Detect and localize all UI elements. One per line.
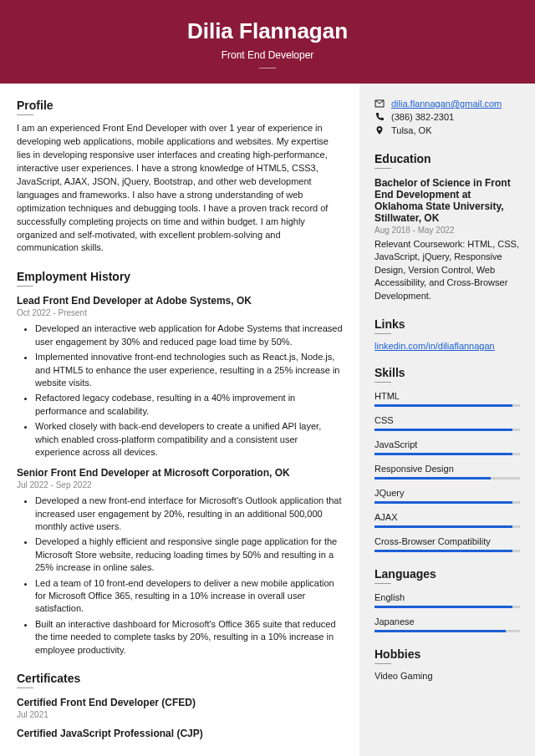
job-bullets: Developed a new front-end interface for … — [17, 495, 343, 657]
skill-fill — [374, 453, 512, 455]
skill-bar — [374, 404, 520, 407]
education-dates: Aug 2018 - May 2022 — [374, 226, 520, 235]
job-bullet: Developed an interactive web application… — [35, 322, 343, 348]
skill-name: Cross-Browser Compatibility — [374, 536, 520, 546]
cert-title: Certified Front End Developer (CFED) — [17, 697, 343, 708]
skill-name: English — [374, 592, 520, 602]
employment-section: Employment History Lead Front End Develo… — [17, 270, 343, 657]
education-desc: Relevant Coursework: HTML, CSS, JavaScri… — [374, 238, 520, 302]
links-section: Links linkedin.com/in/diliaflannagan — [374, 317, 520, 351]
contact-email[interactable]: dilia.flannagan@gmail.com — [391, 99, 502, 109]
skill-fill — [374, 606, 512, 608]
skill-bar — [374, 429, 520, 431]
contact-location: Tulsa, OK — [391, 125, 432, 135]
cert-date: Jul 2021 — [17, 710, 343, 719]
linkedin-link[interactable]: linkedin.com/in/diliaflannagan — [374, 341, 495, 351]
employment-heading: Employment History — [17, 270, 343, 287]
job-dates: Jul 2022 - Sep 2022 — [17, 480, 343, 490]
skill-name: JQuery — [374, 488, 520, 498]
skill-item: English — [374, 592, 520, 608]
skill-name: Japanese — [374, 616, 520, 627]
skill-fill — [374, 525, 512, 528]
links-heading: Links — [374, 317, 520, 334]
job-bullet: Built an interactive dashboard for Micro… — [35, 618, 343, 657]
skill-fill — [374, 630, 506, 632]
skill-name: JavaScript — [374, 439, 520, 449]
skill-item: Japanese — [374, 616, 520, 632]
skill-item: AJAX — [374, 512, 520, 528]
skill-name: HTML — [374, 391, 520, 401]
skill-bar — [374, 606, 520, 608]
education-heading: Education — [374, 152, 520, 169]
certificates-heading: Certificates — [17, 672, 343, 688]
skill-name: AJAX — [374, 512, 520, 522]
skill-bar — [374, 550, 520, 552]
skill-name: CSS — [374, 415, 520, 425]
contact-phone: (386) 382-2301 — [391, 112, 454, 122]
skill-fill — [374, 501, 512, 504]
location-icon — [374, 125, 385, 135]
skills-section: Skills HTMLCSSJavaScriptResponsive Desig… — [374, 366, 520, 552]
job-item: Senior Front End Developer at Microsoft … — [17, 467, 343, 657]
skill-item: Cross-Browser Compatibility — [374, 536, 520, 552]
skill-item: JavaScript — [374, 439, 520, 455]
candidate-title: Front End Developer — [0, 49, 535, 68]
profile-heading: Profile — [17, 99, 343, 115]
skill-fill — [374, 477, 491, 479]
job-bullet: Implemented innovative front-end technol… — [35, 351, 343, 389]
job-bullet: Developed a highly efficient and respons… — [35, 535, 343, 574]
skill-bar — [374, 501, 520, 504]
languages-heading: Languages — [374, 567, 520, 584]
skill-item: Responsive Design — [374, 464, 520, 479]
languages-section: Languages EnglishJapanese — [374, 567, 520, 632]
profile-text: I am an experienced Front End Developer … — [17, 122, 343, 255]
job-bullet: Worked closely with back-end developers … — [35, 420, 343, 459]
skill-item: HTML — [374, 391, 520, 407]
skill-bar — [374, 525, 520, 528]
contact-block: dilia.flannagan@gmail.com (386) 382-2301… — [374, 99, 520, 135]
main-column: Profile I am an experienced Front End De… — [0, 84, 359, 756]
skill-bar — [374, 453, 520, 455]
hobby-item: Video Gaming — [374, 671, 520, 681]
candidate-name: Dilia Flannagan — [0, 18, 535, 44]
education-degree: Bachelor of Science in Front End Develop… — [374, 177, 520, 224]
skill-fill — [374, 429, 512, 431]
skills-heading: Skills — [374, 366, 520, 383]
resume-header: Dilia Flannagan Front End Developer — [0, 0, 535, 84]
job-title: Senior Front End Developer at Microsoft … — [17, 467, 343, 479]
profile-section: Profile I am an experienced Front End De… — [17, 99, 343, 255]
skill-name: Responsive Design — [374, 464, 520, 474]
job-item: Lead Front End Developer at Adobe System… — [17, 295, 343, 459]
job-bullet: Refactored legacy codebase, resulting in… — [35, 392, 343, 418]
skill-item: JQuery — [374, 488, 520, 504]
job-bullets: Developed an interactive web application… — [17, 322, 343, 459]
education-section: Education Bachelor of Science in Front E… — [374, 152, 520, 302]
skill-item: CSS — [374, 415, 520, 431]
job-dates: Oct 2022 - Present — [17, 308, 343, 317]
sidebar: dilia.flannagan@gmail.com (386) 382-2301… — [359, 84, 535, 756]
hobbies-heading: Hobbies — [374, 647, 520, 664]
job-bullet: Led a team of 10 front-end developers to… — [35, 577, 343, 616]
skill-fill — [374, 550, 512, 552]
email-icon — [374, 99, 385, 109]
hobbies-section: Hobbies Video Gaming — [374, 647, 520, 681]
skill-bar — [374, 630, 520, 632]
skill-bar — [374, 477, 520, 479]
certificates-section: Certificates Certified Front End Develop… — [17, 672, 343, 739]
phone-icon — [374, 112, 385, 122]
skill-fill — [374, 404, 512, 407]
job-bullet: Developed a new front-end interface for … — [35, 495, 343, 533]
cert-title: Certified JavaScript Professional (CJP) — [17, 728, 343, 739]
job-title: Lead Front End Developer at Adobe System… — [17, 295, 343, 307]
